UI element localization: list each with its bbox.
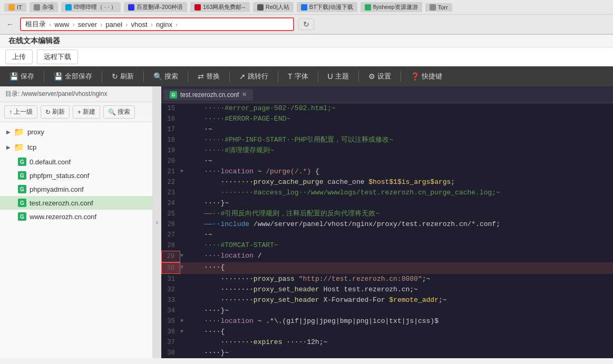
g-icon-www: G bbox=[18, 212, 26, 221]
code-line-17: 17 ·~ bbox=[161, 124, 613, 135]
toolbar-sep-6 bbox=[278, 71, 278, 82]
folder-icon-tcp: 📁 bbox=[14, 142, 24, 152]
search-tree-icon: 🔍 bbox=[108, 109, 116, 116]
toolbar-sep-3 bbox=[143, 71, 144, 82]
g-icon-tab: G bbox=[170, 91, 177, 99]
code-content[interactable]: 15 ·····#error_page·502·/502.html;~ 16 ·… bbox=[161, 103, 613, 358]
expand-arrow-proxy: ▶ bbox=[6, 129, 11, 135]
save-icon: 💾 bbox=[9, 72, 18, 81]
code-line-15: 15 ·····#error_page·502·/502.html;~ bbox=[161, 103, 613, 114]
tab-it[interactable]: IT bbox=[4, 3, 26, 12]
code-line-28: 28 ····#TOMCAT-START~ bbox=[161, 240, 613, 251]
online-editor-title: 在线文本编辑器 bbox=[8, 36, 60, 46]
tab-bilibili[interactable]: 哔哩哔哩（ · · ） bbox=[61, 2, 121, 12]
toolbar-sep-5 bbox=[229, 71, 230, 82]
remote-download-button[interactable]: 远程下载 bbox=[37, 50, 78, 64]
list-item[interactable]: G www.rezerozh.cn.conf bbox=[0, 210, 152, 223]
breadcrumb-vhost: vhost bbox=[131, 21, 147, 28]
back-button[interactable]: ← bbox=[4, 19, 16, 29]
goto-icon: ➚ bbox=[239, 72, 246, 81]
list-item[interactable]: G phpfpm_status.conf bbox=[0, 169, 152, 182]
address-box[interactable]: 根目录 › www › server › panel › vhost › ngi… bbox=[20, 17, 294, 31]
code-line-26: 26 ——··include /www/server/panel/vhost/n… bbox=[161, 219, 613, 230]
goto-line-button[interactable]: ➚ 跳转行 bbox=[234, 70, 274, 83]
g-icon-phpfpm: G bbox=[18, 171, 26, 180]
code-line-27: 27 ·~ bbox=[161, 230, 613, 240]
g-icon-phpmyadmin: G bbox=[18, 185, 26, 193]
tab-163mail[interactable]: 163网易免费邮-- bbox=[190, 2, 250, 12]
code-line-34: 34 ····}~ bbox=[161, 306, 613, 316]
browser-tabbar: IT 杂项 哔哩哔哩（ · · ） 百度翻译-200种语 163网易免费邮-- … bbox=[0, 0, 613, 15]
editor-tab-test[interactable]: G test.rezerozh.cn.conf ✕ bbox=[163, 89, 253, 101]
tree-header: 目录: /www/server/panel/vhost/nginx bbox=[0, 86, 152, 102]
list-item[interactable]: ▶ 📁 proxy bbox=[0, 124, 152, 140]
upload-button[interactable]: 上传 bbox=[5, 50, 33, 64]
editor-tabs: G test.rezerozh.cn.conf ✕ bbox=[161, 86, 613, 103]
code-line-30: 30 ▼ ····{ bbox=[161, 262, 613, 274]
save-all-icon: 💾 bbox=[54, 72, 63, 81]
file-tree-panel: 目录: /www/server/panel/vhost/nginx ↑ 上一级 … bbox=[0, 86, 153, 358]
tree-search-button[interactable]: 🔍 搜索 bbox=[103, 105, 135, 119]
tab-misc[interactable]: 杂项 bbox=[30, 2, 58, 12]
code-line-21: 21 ▼ ····location ~ /purge(/.*) { bbox=[161, 166, 613, 177]
code-line-18: 18 ·····#PHP-INFO-START··PHP引用配置，可以注释或修改… bbox=[161, 135, 613, 145]
search-editor-button[interactable]: 🔍 搜索 bbox=[148, 70, 183, 83]
bookmarks-bar: 在线文本编辑器 bbox=[0, 35, 613, 47]
code-line-35: 35 ▼ ····location ~ .*\.(gif|jpg|jpeg|bm… bbox=[161, 316, 613, 327]
code-line-33: 33 ········proxy_set_header X-Forwarded-… bbox=[161, 295, 613, 306]
code-line-24: 24 ····}~ bbox=[161, 198, 613, 209]
list-item-active[interactable]: G test.rezerozh.cn.conf bbox=[0, 196, 152, 210]
toolbar-sep-8 bbox=[358, 71, 359, 82]
refresh-button[interactable]: ↻ bbox=[298, 18, 314, 30]
toolbar-sep-1 bbox=[44, 71, 44, 82]
toolbar-sep-9 bbox=[401, 71, 401, 82]
expand-arrow-tcp: ▶ bbox=[6, 144, 11, 150]
close-tab-button[interactable]: ✕ bbox=[242, 91, 247, 98]
tab-baidu-translate[interactable]: 百度翻译-200种语 bbox=[124, 2, 187, 12]
panel-toggle-button[interactable]: ‹ bbox=[153, 86, 161, 358]
breadcrumb-server: server bbox=[78, 21, 97, 28]
code-line-22: 22 ········proxy_cache_purge cache_one $… bbox=[161, 177, 613, 188]
code-line-37: 37 ········expires ·····12h;~ bbox=[161, 337, 613, 348]
tree-refresh-button[interactable]: ↻ 刷新 bbox=[41, 105, 70, 119]
theme-button[interactable]: U 主题 bbox=[323, 70, 354, 83]
code-line-19: 19 ·····#清理缓存规则~ bbox=[161, 145, 613, 156]
breadcrumb-panel: panel bbox=[105, 21, 122, 28]
tab-bt[interactable]: BT下载|动漫下载 bbox=[297, 2, 357, 12]
tab-torrent[interactable]: Torr bbox=[425, 3, 452, 12]
list-item[interactable]: G 0.default.conf bbox=[0, 155, 152, 169]
shortcuts-icon: ❓ bbox=[411, 72, 420, 81]
g-icon-default: G bbox=[18, 158, 26, 166]
breadcrumb-www: www bbox=[54, 21, 69, 28]
refresh-tree-icon: ↻ bbox=[45, 109, 51, 116]
code-line-36: 36 ▼ ····{ bbox=[161, 327, 613, 337]
refresh-editor-button[interactable]: ↻ 刷新 bbox=[106, 70, 139, 83]
list-item[interactable]: ▶ 📁 tcp bbox=[0, 140, 152, 155]
replace-icon: ⇄ bbox=[198, 72, 204, 81]
tree-new-button[interactable]: + 新建 bbox=[73, 105, 100, 119]
g-icon-test: G bbox=[18, 199, 26, 207]
tree-up-button[interactable]: ↑ 上一级 bbox=[4, 105, 37, 119]
editor-area: 目录: /www/server/panel/vhost/nginx ↑ 上一级 … bbox=[0, 86, 613, 358]
fm-top-bar: 上传 远程下载 bbox=[0, 47, 613, 66]
tree-toolbar: ↑ 上一级 ↻ 刷新 + 新建 🔍 搜索 bbox=[0, 102, 152, 122]
up-icon: ↑ bbox=[9, 109, 12, 116]
code-line-32: 32 ········proxy_set_header Host test.re… bbox=[161, 284, 613, 295]
line-num-30: 30 bbox=[161, 262, 180, 274]
save-all-button[interactable]: 💾 全部保存 bbox=[48, 70, 98, 83]
save-button[interactable]: 💾 保存 bbox=[4, 70, 40, 83]
font-button[interactable]: T 字体 bbox=[283, 70, 314, 83]
tab-flysheep[interactable]: flysheep资源遨游 bbox=[361, 2, 422, 12]
replace-button[interactable]: ⇄ 替换 bbox=[192, 70, 225, 83]
code-editor-panel: G test.rezerozh.cn.conf ✕ 15 ·····#error… bbox=[161, 86, 613, 358]
theme-icon: U bbox=[328, 72, 333, 81]
shortcuts-button[interactable]: ❓ 快捷键 bbox=[405, 70, 447, 83]
search-icon: 🔍 bbox=[153, 72, 162, 81]
list-item[interactable]: G phpmyadmin.conf bbox=[0, 182, 152, 196]
settings-button[interactable]: ⚙ 设置 bbox=[363, 70, 396, 83]
code-line-20: 20 ·~ bbox=[161, 156, 613, 166]
font-icon: T bbox=[288, 72, 293, 81]
tab-re0[interactable]: Re0|人站 bbox=[253, 2, 294, 12]
line-num-29: 29 bbox=[161, 251, 180, 262]
editor-toolbar: 💾 保存 💾 全部保存 ↻ 刷新 🔍 搜索 ⇄ 替换 ➚ 跳转行 T 字体 U … bbox=[0, 66, 613, 86]
